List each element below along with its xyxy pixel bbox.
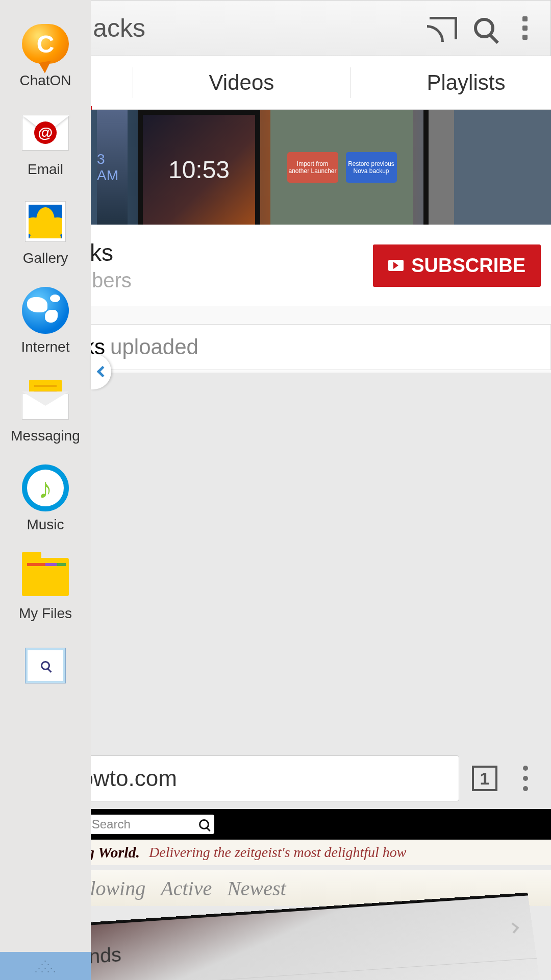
sidebar-item-email[interactable]: @ Email (0, 109, 91, 178)
music-icon: ♪ (22, 464, 69, 511)
sidebar-item-myfiles[interactable]: My Files (0, 553, 91, 622)
email-icon: @ (22, 115, 69, 151)
sidebar-item-label: Messaging (11, 428, 80, 444)
sidebar-item-music[interactable]: ♪ Music (0, 464, 91, 533)
filter-active[interactable]: Active (161, 876, 212, 900)
sidebar-item-messaging[interactable]: Messaging (0, 376, 91, 444)
messaging-icon (22, 379, 69, 420)
divider (350, 67, 350, 98)
youtube-play-icon (388, 260, 404, 271)
tabs-button[interactable]: 1 (472, 766, 497, 791)
subscribe-label: SUBSCRIBE (411, 255, 525, 277)
subscribe-button[interactable]: SUBSCRIBE (373, 244, 541, 287)
filter-newest[interactable]: Newest (227, 876, 286, 900)
sidebar-item-gallery[interactable]: Gallery (0, 198, 91, 266)
chevron-left-icon (96, 366, 108, 378)
search-app-icon (25, 648, 66, 683)
banner-tile-restore: Restore previous Nova backup (346, 152, 397, 183)
sidebar-item-label: Gallery (23, 250, 68, 266)
site-search-input[interactable]: Search (87, 815, 214, 834)
sidebar-item-quickconnect[interactable] (0, 642, 91, 689)
tab-videos[interactable]: Videos (194, 56, 290, 109)
browser-overflow-icon[interactable] (510, 763, 541, 794)
sidebar-item-label: Music (27, 517, 64, 533)
banner-phone-right: Import from another Launcher Restore pre… (270, 110, 413, 225)
banner-phone-center: 10:53 (138, 110, 260, 225)
tagline-sub: Delivering the zeitgeist's most delightf… (149, 844, 407, 861)
folder-icon (22, 558, 69, 596)
banner-phone-edge (423, 110, 454, 225)
tab-playlists[interactable]: Playlists (411, 56, 520, 109)
sidebar-item-label: My Files (19, 605, 72, 622)
multiwindow-sidebar: C ChatON @ Email Gallery Internet Messag… (0, 0, 91, 980)
sidebar-item-chaton[interactable]: C ChatON (0, 20, 91, 89)
banner-phone-left: 3 AM (97, 110, 128, 225)
banner-clock: 10:53 (168, 156, 230, 184)
sidebar-edit-button[interactable]: ·· ·· · ·· · · · (0, 952, 91, 980)
chaton-icon: C (22, 24, 69, 64)
overflow-menu-icon[interactable] (510, 13, 540, 43)
sidebar-item-label: Internet (21, 339, 70, 355)
gallery-icon (25, 201, 66, 242)
globe-icon (22, 287, 69, 334)
chevron-right-icon (508, 922, 519, 933)
divider (133, 67, 133, 98)
cast-icon[interactable] (428, 13, 459, 43)
sidebar-item-internet[interactable]: Internet (0, 287, 91, 355)
banner-tile-import: Import from another Launcher (287, 152, 338, 183)
sidebar-item-label: Email (28, 161, 63, 178)
sidebar-item-label: ChatON (19, 72, 71, 89)
search-icon (199, 819, 209, 829)
dots-triangle-icon: ·· ·· · ·· · · · (35, 959, 56, 973)
upload-verb: uploaded (110, 335, 198, 359)
search-icon[interactable] (469, 13, 499, 43)
